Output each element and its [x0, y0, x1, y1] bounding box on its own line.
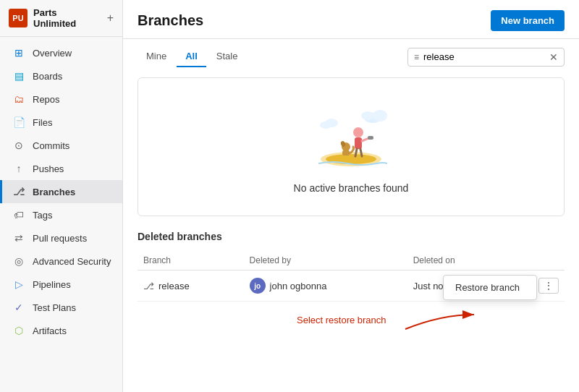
- sidebar-item-testplans[interactable]: ✓Test Plans: [0, 296, 122, 319]
- avatar: jo: [250, 278, 266, 294]
- tab-all[interactable]: All: [177, 46, 206, 67]
- page-title: Branches: [138, 12, 203, 29]
- svg-point-7: [353, 127, 363, 137]
- tags-icon: 🏷: [12, 208, 25, 221]
- branches-icon: ⎇: [12, 185, 25, 198]
- filter-icon: ≡: [414, 52, 419, 62]
- actions-cell: ⋮ Restore branch: [506, 270, 565, 302]
- table-row: ⎇ release jo john ogbonna Just now: [138, 270, 565, 302]
- svg-point-3: [373, 110, 387, 122]
- svg-line-12: [360, 149, 362, 156]
- new-branch-button[interactable]: New branch: [491, 10, 565, 31]
- annotation-text: Select restore branch: [297, 315, 386, 325]
- empty-state-card: No active branches found: [138, 77, 565, 216]
- svg-rect-8: [355, 137, 362, 149]
- col-branch: Branch: [138, 251, 244, 270]
- tab-mine[interactable]: Mine: [138, 46, 175, 67]
- pullrequests-icon: ⇄: [12, 231, 25, 244]
- sidebar-header[interactable]: PU Parts Unlimited +: [0, 0, 122, 37]
- sidebar-item-label-pipelines: Pipelines: [33, 279, 71, 290]
- clear-search-icon[interactable]: ✕: [549, 51, 558, 63]
- branch-name: release: [159, 281, 190, 291]
- deleted-by-name: john ogbonna: [270, 281, 327, 291]
- search-input[interactable]: [423, 51, 545, 62]
- sidebar-item-label-artifacts: Artifacts: [33, 325, 67, 336]
- boards-icon: ▤: [12, 69, 25, 82]
- main-content: Branches New branch Mine All Stale ≡ ✕: [123, 0, 579, 392]
- artifacts-icon: ⬡: [12, 324, 25, 337]
- sidebar-item-label-branches: Branches: [33, 187, 75, 197]
- deleted-by-cell: jo john ogbonna: [244, 270, 407, 302]
- deleted-section-title: Deleted branches: [138, 231, 565, 242]
- empty-state-message: No active branches found: [294, 182, 409, 194]
- sidebar-project-name: Parts Unlimited: [33, 7, 101, 29]
- tabs-search-row: Mine All Stale ≡ ✕: [123, 39, 579, 67]
- sidebar-item-tags[interactable]: 🏷Tags: [0, 203, 122, 226]
- testplans-icon: ✓: [12, 301, 25, 314]
- security-icon: ◎: [12, 255, 25, 268]
- add-project-icon[interactable]: +: [107, 12, 114, 25]
- sidebar-item-files[interactable]: 📄Files: [0, 111, 122, 134]
- svg-line-11: [355, 149, 357, 156]
- search-box: ≡ ✕: [407, 48, 565, 67]
- sidebar-item-label-overview: Overview: [33, 48, 72, 59]
- sidebar-nav: ⊞Overview▤Boards🗂Repos📄Files⊙Commits↑Pus…: [0, 37, 122, 392]
- sidebar-item-commits[interactable]: ⊙Commits: [0, 134, 122, 157]
- svg-rect-10: [368, 136, 373, 140]
- branch-icon: ⎇: [143, 281, 154, 291]
- commits-icon: ⊙: [12, 139, 25, 152]
- repos-icon: 🗂: [12, 93, 25, 106]
- sidebar: PU Parts Unlimited + ⊞Overview▤Boards🗂Re…: [0, 0, 123, 392]
- sidebar-item-branches[interactable]: ⎇Branches: [0, 180, 122, 203]
- context-menu: Restore branch: [443, 275, 537, 300]
- deleted-branches-table: Branch Deleted by Deleted on ⎇ release: [138, 251, 565, 302]
- sidebar-item-label-pushes: Pushes: [33, 163, 64, 174]
- restore-branch-menu-item[interactable]: Restore branch: [444, 276, 536, 299]
- deleted-branches-section: Deleted branches Branch Deleted by Delet…: [138, 231, 565, 302]
- sidebar-item-boards[interactable]: ▤Boards: [0, 64, 122, 88]
- branch-cell: ⎇ release: [138, 270, 244, 302]
- sidebar-item-overview[interactable]: ⊞Overview: [0, 41, 122, 64]
- sidebar-item-label-commits: Commits: [33, 140, 69, 151]
- content-area: No active branches found Deleted branche…: [123, 67, 579, 392]
- sidebar-item-label-boards: Boards: [33, 71, 62, 82]
- sidebar-item-label-files: Files: [33, 117, 52, 128]
- empty-illustration: [304, 100, 398, 172]
- sidebar-item-pullrequests[interactable]: ⇄Pull requests: [0, 226, 122, 250]
- overview-icon: ⊞: [12, 46, 25, 59]
- sidebar-item-pushes[interactable]: ↑Pushes: [0, 157, 122, 180]
- sidebar-item-pipelines[interactable]: ▷Pipelines: [0, 273, 122, 296]
- sidebar-item-artifacts[interactable]: ⬡Artifacts: [0, 319, 122, 342]
- sidebar-logo: PU: [9, 9, 28, 27]
- col-deleted-on: Deleted on: [407, 251, 506, 270]
- pipelines-icon: ▷: [12, 278, 25, 291]
- sidebar-item-label-pullrequests: Pull requests: [33, 233, 87, 244]
- svg-rect-14: [342, 150, 350, 155]
- col-actions: [506, 251, 565, 270]
- sidebar-item-label-security: Advanced Security: [33, 256, 111, 267]
- sidebar-item-security[interactable]: ◎Advanced Security: [0, 250, 122, 273]
- files-icon: 📄: [12, 116, 25, 129]
- sidebar-item-label-repos: Repos: [33, 94, 60, 105]
- annotation-row: Select restore branch: [138, 302, 565, 338]
- pushes-icon: ↑: [12, 162, 25, 175]
- more-options-button[interactable]: ⋮: [538, 278, 559, 294]
- tab-stale[interactable]: Stale: [208, 46, 247, 67]
- svg-point-4: [361, 111, 374, 120]
- sidebar-item-label-tags: Tags: [33, 210, 52, 221]
- tabs: Mine All Stale: [138, 46, 248, 67]
- svg-point-6: [325, 119, 338, 127]
- annotation-arrow: [398, 307, 485, 336]
- page-header: Branches New branch: [123, 0, 579, 39]
- col-deleted-by: Deleted by: [244, 251, 407, 270]
- sidebar-item-label-testplans: Test Plans: [33, 302, 76, 313]
- sidebar-item-repos[interactable]: 🗂Repos: [0, 88, 122, 111]
